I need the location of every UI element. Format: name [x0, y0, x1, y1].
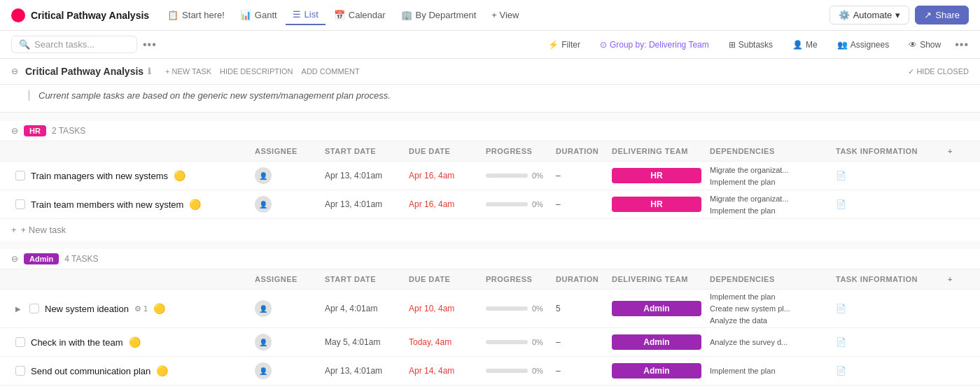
add-cell	[944, 201, 969, 207]
nav-tabs: 📋 Start here! 📊 Gantt ☰ List 📅 Calendar …	[160, 5, 526, 25]
table-row: Send out communication plan 🟡 👤 Apr 13, …	[0, 357, 980, 386]
task-name-cell: Send out communication plan 🟡	[11, 360, 251, 382]
hr-tag: HR	[24, 125, 46, 136]
avatar: 👤	[255, 362, 272, 379]
collapse-button[interactable]: ⊖	[11, 66, 18, 76]
me-button[interactable]: 👤 Me	[787, 37, 823, 52]
hide-desc-label: HIDE DESCRIPTION	[220, 67, 293, 76]
task-info-cell[interactable]: 📄	[832, 363, 944, 379]
add-task-label: + New task	[21, 225, 66, 235]
hide-closed-button[interactable]: ✓ HIDE CLOSED	[908, 67, 969, 76]
dep-item[interactable]: Implement the plan	[710, 365, 827, 376]
assignee-cell: 👤	[251, 331, 321, 353]
delivering-team-cell: Admin	[608, 328, 706, 356]
task-info-cell[interactable]: 📄	[832, 168, 944, 183]
table-row: Train team members with new system 🟡 👤 A…	[0, 190, 980, 219]
search-box[interactable]: 🔍 Search tasks...	[11, 36, 137, 53]
tab-dept-label: By Department	[416, 10, 477, 20]
task-name-cell: Train team members with new system 🟡	[11, 193, 251, 215]
delivering-team-cell: Admin	[608, 295, 706, 323]
col-start-admin: START DATE	[321, 272, 405, 286]
filter-button[interactable]: ⚡ Filter	[542, 37, 586, 52]
dep-item[interactable]: Migrate the organizat...	[710, 164, 827, 176]
delivering-badge: HR	[612, 168, 701, 183]
hide-desc-button[interactable]: HIDE DESCRIPTION	[220, 67, 293, 76]
me-label: Me	[806, 40, 818, 50]
task-name[interactable]: Send out communication plan	[31, 366, 150, 376]
dependencies-cell: Migrate the organizat... Implement the p…	[706, 192, 832, 218]
project-title: Critical Pathway Analysis ℹ	[25, 66, 151, 77]
task-name-cell: ▶ New system ideation ⚙1 🟡	[11, 297, 251, 320]
description-text: Current sample tasks are based on the ge…	[28, 90, 969, 101]
dep-item[interactable]: Implement the plan	[710, 205, 827, 216]
project-actions: + NEW TASK HIDE DESCRIPTION ADD COMMENT	[165, 67, 360, 76]
info-icon[interactable]: ℹ	[148, 66, 151, 76]
new-task-label: + NEW TASK	[165, 67, 211, 76]
start-date-cell: Apr 13, 4:01am	[321, 197, 405, 212]
col-add-admin[interactable]: +	[944, 272, 969, 286]
automate-chevron: ▾	[895, 10, 900, 20]
group-by-button[interactable]: ⊙ Group by: Delivering Team	[594, 37, 715, 52]
dep-item[interactable]: Implement the plan	[710, 176, 827, 188]
delivering-team-cell: Admin	[608, 386, 706, 389]
tab-add-view[interactable]: + View	[484, 6, 526, 24]
hr-collapse-button[interactable]: ⊖	[11, 126, 18, 136]
group-admin: ⊖ Admin 4 TASKS ASSIGNEE START DATE DUE …	[0, 249, 980, 389]
progress-cell: 0%	[482, 169, 552, 183]
tab-by-dept[interactable]: 🏢 By Department	[394, 6, 484, 24]
assignees-button[interactable]: 👥 Assignees	[832, 37, 895, 52]
task-info-cell[interactable]: 📄	[832, 301, 944, 316]
task-name[interactable]: Train team members with new system	[31, 199, 183, 210]
delivering-badge: Admin	[612, 301, 701, 316]
task-name[interactable]: Check in with the team	[31, 337, 123, 348]
tab-start-here[interactable]: 📋 Start here!	[160, 6, 232, 24]
task-checkbox[interactable]	[15, 366, 25, 376]
toolbar: 🔍 Search tasks... ••• ⚡ Filter ⊙ Group b…	[0, 31, 980, 59]
automate-button[interactable]: ⚙️ Automate ▾	[830, 6, 910, 24]
task-checkbox[interactable]	[15, 337, 25, 347]
share-button[interactable]: ↗ Share	[915, 6, 969, 24]
dep-item[interactable]: Analyze the data	[710, 315, 827, 326]
task-info-cell[interactable]: 📄	[832, 197, 944, 212]
task-name[interactable]: Train managers with new systems	[31, 171, 168, 181]
expand-icon[interactable]: ▶	[15, 305, 21, 313]
task-checkbox[interactable]	[29, 304, 39, 313]
col-progress-admin: PROGRESS	[482, 272, 552, 286]
top-nav: Critical Pathway Analysis 📋 Start here! …	[0, 0, 980, 31]
col-due-date: DUE DATE	[405, 144, 482, 158]
task-checkbox[interactable]	[15, 171, 25, 181]
dep-item[interactable]: Migrate the organizat...	[710, 193, 827, 204]
dep-item[interactable]: Analyze the survey d...	[710, 337, 827, 348]
add-task-hr-button[interactable]: + + New task	[0, 219, 980, 241]
dependencies-cell: Create new system s... Migrate the organ…	[706, 387, 832, 390]
col-start-date: START DATE	[321, 144, 405, 158]
show-button[interactable]: 👁 Show	[903, 37, 946, 52]
admin-count: 4 TASKS	[64, 254, 98, 264]
new-task-button[interactable]: + NEW TASK	[165, 67, 211, 76]
subtasks-button[interactable]: ⊞ Subtasks	[723, 37, 778, 52]
tab-calendar[interactable]: 📅 Calendar	[327, 6, 393, 24]
me-icon: 👤	[792, 40, 803, 50]
toolbar-more-button[interactable]: •••	[143, 38, 157, 51]
start-date-cell: Apr 13, 4:01am	[321, 168, 405, 183]
tab-list[interactable]: ☰ List	[286, 5, 326, 25]
assignee-cell: 👤	[251, 297, 321, 320]
app-title: Critical Pathway Analysis	[31, 10, 149, 21]
tab-gantt[interactable]: 📊 Gantt	[233, 6, 284, 24]
dep-item[interactable]: Implement the plan	[710, 291, 827, 302]
add-comment-button[interactable]: ADD COMMENT	[302, 67, 360, 76]
assignee-cell: 👤	[251, 360, 321, 382]
task-name-cell: Check in with the team 🟡	[11, 331, 251, 353]
automate-label: Automate	[853, 10, 892, 20]
dep-item[interactable]: Create new system pl...	[710, 303, 827, 314]
project-header: ⊖ Critical Pathway Analysis ℹ + NEW TASK…	[0, 59, 980, 85]
task-name[interactable]: New system ideation	[45, 304, 129, 314]
due-date-cell: Apr 16, 4am	[405, 197, 482, 212]
col-add[interactable]: +	[944, 144, 969, 158]
avatar: 👤	[255, 334, 272, 351]
toolbar-options-button[interactable]: •••	[955, 38, 969, 51]
automate-icon: ⚙️	[839, 10, 850, 20]
admin-collapse-button[interactable]: ⊖	[11, 254, 18, 264]
task-checkbox[interactable]	[15, 199, 25, 209]
task-info-cell[interactable]: 📄	[832, 334, 944, 350]
